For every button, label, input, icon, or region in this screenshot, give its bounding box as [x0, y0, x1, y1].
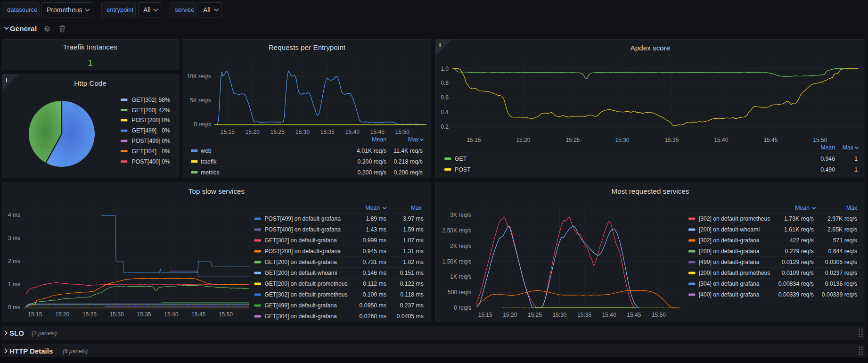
- svg-text:0.8: 0.8: [441, 80, 449, 86]
- svg-text:15:15: 15:15: [221, 129, 235, 135]
- svg-text:2.50K req/s: 2.50K req/s: [442, 227, 471, 234]
- svg-text:42%: 42%: [158, 107, 170, 114]
- svg-text:11.4K req/s: 11.4K req/s: [393, 148, 423, 154]
- svg-text:15:30: 15:30: [295, 129, 310, 135]
- svg-text:POST[499]: POST[499]: [132, 138, 161, 144]
- svg-text:15:40: 15:40: [164, 311, 178, 318]
- svg-text:15:30: 15:30: [615, 137, 629, 143]
- svg-text:0.0136 req/s: 0.0136 req/s: [825, 280, 857, 287]
- svg-text:GET[499]: GET[499]: [132, 127, 157, 134]
- svg-text:15:45: 15:45: [627, 312, 641, 318]
- svg-text:15:45: 15:45: [763, 137, 778, 143]
- svg-text:POST[200] on default-grafana: POST[200] on default-grafana: [265, 248, 341, 255]
- svg-text:15:25: 15:25: [528, 312, 542, 318]
- svg-text:GET[200]: GET[200]: [132, 107, 157, 114]
- svg-text:0.151 ms: 0.151 ms: [400, 270, 424, 276]
- svg-text:0.200 req/s: 0.200 req/s: [357, 158, 386, 165]
- svg-text:[400] on default-grafana: [400] on default-grafana: [699, 291, 760, 298]
- svg-text:15:15: 15:15: [467, 137, 481, 143]
- svg-text:metrics: metrics: [201, 169, 220, 176]
- svg-text:POST[499] on default-grafana: POST[499] on default-grafana: [265, 215, 341, 222]
- svg-text:15:35: 15:35: [137, 311, 151, 318]
- svg-text:15:35: 15:35: [577, 312, 591, 318]
- svg-text:1.02 ms: 1.02 ms: [403, 259, 424, 265]
- svg-text:0%: 0%: [162, 117, 170, 124]
- svg-text:0%: 0%: [162, 138, 170, 144]
- svg-text:1.0: 1.0: [441, 66, 449, 72]
- svg-text:0 req/s: 0 req/s: [194, 121, 211, 128]
- svg-text:1.89 ms: 1.89 ms: [366, 215, 386, 222]
- svg-text:15:25: 15:25: [82, 311, 97, 318]
- svg-text:0.00339 req/s: 0.00339 req/s: [822, 291, 857, 298]
- svg-text:15:30: 15:30: [110, 311, 124, 318]
- svg-text:GET[302] on default-grafana: GET[302] on default-grafana: [265, 237, 337, 244]
- svg-text:2.65K req/s: 2.65K req/s: [827, 226, 857, 233]
- svg-text:POST[400] on default-grafana: POST[400] on default-grafana: [265, 226, 341, 233]
- svg-text:15:25: 15:25: [565, 137, 580, 143]
- svg-text:15:50: 15:50: [652, 312, 666, 318]
- svg-text:15:25: 15:25: [270, 129, 285, 135]
- svg-text:1.31 ms: 1.31 ms: [403, 248, 424, 255]
- svg-text:4.01K req/s: 4.01K req/s: [357, 148, 386, 154]
- svg-text:10K req/s: 10K req/s: [187, 73, 211, 80]
- svg-text:0 req/s: 0 req/s: [454, 305, 471, 311]
- svg-text:0.0109 req/s: 0.0109 req/s: [782, 270, 814, 276]
- svg-text:0.118 ms: 0.118 ms: [400, 291, 424, 298]
- svg-text:1K req/s: 1K req/s: [450, 273, 471, 280]
- svg-text:15:15: 15:15: [478, 312, 492, 318]
- svg-text:15:45: 15:45: [370, 129, 385, 135]
- svg-text:15:20: 15:20: [503, 312, 517, 318]
- svg-text:0.2: 0.2: [441, 124, 449, 130]
- svg-text:0.490: 0.490: [820, 166, 835, 173]
- svg-text:15:50: 15:50: [395, 129, 409, 135]
- svg-text:1: 1: [854, 156, 858, 162]
- svg-text:[304] on default-grafana: [304] on default-grafana: [699, 280, 760, 287]
- svg-text:15:40: 15:40: [602, 312, 616, 318]
- svg-text:GET[304]: GET[304]: [132, 148, 157, 155]
- svg-text:0.999 ms: 0.999 ms: [362, 237, 386, 244]
- svg-text:15:45: 15:45: [191, 311, 205, 318]
- svg-text:5K req/s: 5K req/s: [190, 97, 211, 104]
- svg-text:1.07 ms: 1.07 ms: [403, 237, 424, 244]
- svg-text:GET[304] on default-grafana: GET[304] on default-grafana: [265, 313, 337, 320]
- svg-text:3.97 ms: 3.97 ms: [403, 215, 424, 222]
- svg-text:1: 1: [854, 166, 858, 173]
- svg-text:1 ms: 1 ms: [8, 281, 20, 288]
- svg-text:0.200 req/s: 0.200 req/s: [393, 169, 423, 176]
- svg-text:Max: Max: [843, 144, 854, 151]
- svg-text:traefik: traefik: [201, 158, 217, 165]
- svg-text:Mean: Mean: [820, 144, 835, 151]
- svg-text:3K req/s: 3K req/s: [450, 212, 471, 218]
- svg-text:1.50K req/s: 1.50K req/s: [442, 258, 471, 265]
- svg-text:GET[200] on default-whoami: GET[200] on default-whoami: [265, 270, 337, 276]
- svg-text:0 ms: 0 ms: [8, 304, 20, 311]
- svg-text:15:15: 15:15: [28, 311, 42, 318]
- svg-text:3 ms: 3 ms: [8, 235, 20, 241]
- svg-text:1.61K req/s: 1.61K req/s: [784, 226, 814, 233]
- svg-text:0.0129 req/s: 0.0129 req/s: [782, 259, 814, 265]
- svg-text:Max: Max: [846, 205, 858, 211]
- svg-text:i: i: [439, 42, 441, 49]
- svg-text:0.146 ms: 0.146 ms: [362, 270, 386, 276]
- svg-text:POST: POST: [455, 166, 471, 173]
- svg-text:0.200 req/s: 0.200 req/s: [357, 169, 386, 176]
- svg-text:Mean: Mean: [365, 205, 380, 211]
- svg-text:i: i: [6, 77, 8, 83]
- svg-text:15:20: 15:20: [55, 311, 69, 318]
- svg-text:0.6: 0.6: [441, 94, 449, 101]
- svg-text:0.122 ms: 0.122 ms: [400, 280, 424, 287]
- svg-text:15:35: 15:35: [320, 129, 335, 135]
- svg-text:GET[302] on default-prometheus: GET[302] on default-prometheus: [265, 291, 348, 298]
- svg-text:0.0950 ms: 0.0950 ms: [360, 302, 386, 309]
- svg-text:Max: Max: [411, 205, 422, 211]
- svg-text:15:50: 15:50: [813, 137, 827, 143]
- svg-text:Max: Max: [408, 136, 419, 143]
- svg-text:1.43 ms: 1.43 ms: [366, 226, 386, 233]
- svg-text:422 req/s: 422 req/s: [790, 237, 814, 244]
- svg-text:1.59 ms: 1.59 ms: [403, 226, 424, 233]
- svg-text:GET: GET: [455, 156, 467, 162]
- svg-text:GET[302]: GET[302]: [132, 97, 157, 103]
- svg-text:0.0237 req/s: 0.0237 req/s: [825, 270, 857, 276]
- svg-text:0.0305 req/s: 0.0305 req/s: [825, 259, 857, 265]
- svg-text:0.945 ms: 0.945 ms: [362, 248, 386, 255]
